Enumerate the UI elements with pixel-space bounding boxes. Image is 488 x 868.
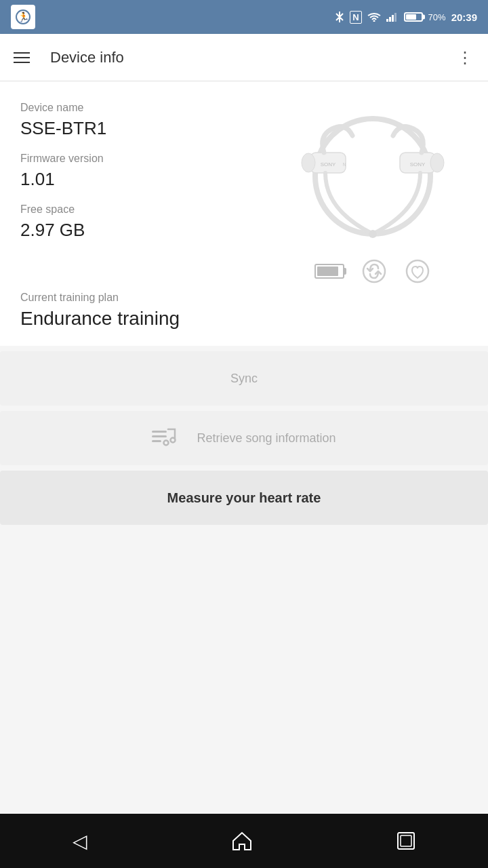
status-bar-left: 🏃 — [11, 5, 35, 29]
status-bar-right: N 70% 20:39 — [335, 11, 477, 24]
svg-rect-18 — [152, 431, 167, 433]
recents-icon — [396, 831, 415, 850]
svg-point-22 — [171, 438, 176, 443]
music-icon — [152, 428, 176, 448]
svg-point-13 — [302, 153, 315, 172]
battery-fill — [406, 14, 416, 20]
device-heartrate-icon — [404, 258, 431, 285]
page-title: Device info — [50, 49, 457, 66]
more-options-icon[interactable]: ⋮ — [457, 48, 474, 67]
recents-button[interactable] — [396, 831, 415, 850]
firmware-label: Firmware version — [20, 153, 278, 165]
svg-text:🏃: 🏃 — [18, 12, 30, 23]
retrieve-song-label: Retrieve song information — [197, 431, 336, 446]
device-battery-icon — [314, 264, 344, 279]
svg-rect-4 — [389, 17, 391, 22]
device-status-icons — [314, 258, 431, 285]
svg-rect-5 — [392, 15, 394, 22]
svg-text:SONY: SONY — [321, 161, 336, 167]
device-name-value: SSE-BTR1 — [20, 118, 278, 139]
hamburger-menu[interactable] — [14, 52, 30, 63]
back-button[interactable]: ◁ — [73, 830, 87, 852]
battery-percent: 70% — [428, 12, 446, 22]
svg-rect-6 — [394, 13, 396, 22]
hamburger-line-2 — [14, 57, 30, 58]
training-plan-section: Current training plan Endurance training — [20, 292, 468, 330]
signal-icon — [386, 12, 399, 22]
app-icon: 🏃 — [11, 5, 35, 29]
svg-rect-20 — [152, 440, 161, 442]
device-name-label: Device name — [20, 102, 278, 114]
hamburger-line-1 — [14, 52, 30, 54]
free-space-value: 2.97 GB — [20, 220, 278, 241]
bluetooth-icon — [335, 11, 344, 23]
svg-rect-3 — [386, 19, 388, 22]
status-bar: 🏃 N 70% 20:39 — [0, 0, 488, 34]
svg-text:N: N — [342, 162, 346, 167]
action-buttons: Sync Retrieve song information Measure y… — [0, 351, 488, 598]
svg-point-7 — [315, 119, 430, 234]
home-button[interactable] — [232, 831, 252, 850]
measure-heartrate-button[interactable]: Measure your heart rate — [0, 471, 488, 525]
firmware-value: 1.01 — [20, 169, 278, 190]
battery-icon — [404, 12, 423, 22]
svg-point-14 — [430, 153, 444, 172]
svg-point-21 — [164, 441, 169, 446]
wifi-icon — [367, 12, 381, 22]
training-plan-label: Current training plan — [20, 292, 468, 304]
hamburger-line-3 — [14, 62, 30, 63]
retrieve-song-button[interactable]: Retrieve song information — [0, 411, 488, 465]
device-info-left: Device name SSE-BTR1 Firmware version 1.… — [20, 102, 278, 243]
app-bar: Device info ⋮ — [0, 34, 488, 81]
svg-rect-19 — [152, 435, 167, 437]
svg-point-15 — [369, 230, 377, 238]
svg-point-2 — [373, 20, 375, 22]
device-sync-icon — [361, 258, 388, 285]
device-image-area: SONY N SONY — [278, 102, 468, 285]
svg-rect-24 — [401, 835, 411, 846]
free-space-label: Free space — [20, 203, 278, 216]
sync-label: Sync — [230, 372, 258, 386]
sync-button[interactable]: Sync — [0, 351, 488, 406]
svg-text:SONY: SONY — [410, 161, 426, 167]
training-plan-value: Endurance training — [20, 308, 468, 330]
measure-heartrate-label: Measure your heart rate — [167, 490, 321, 506]
main-content: Device name SSE-BTR1 Firmware version 1.… — [0, 81, 488, 346]
headphone-image: SONY N SONY — [291, 102, 454, 251]
bottom-navigation: ◁ — [0, 814, 488, 868]
status-time: 20:39 — [451, 12, 477, 23]
nfc-icon: N — [350, 11, 361, 24]
home-icon — [232, 831, 252, 850]
device-section: Device name SSE-BTR1 Firmware version 1.… — [20, 102, 468, 285]
